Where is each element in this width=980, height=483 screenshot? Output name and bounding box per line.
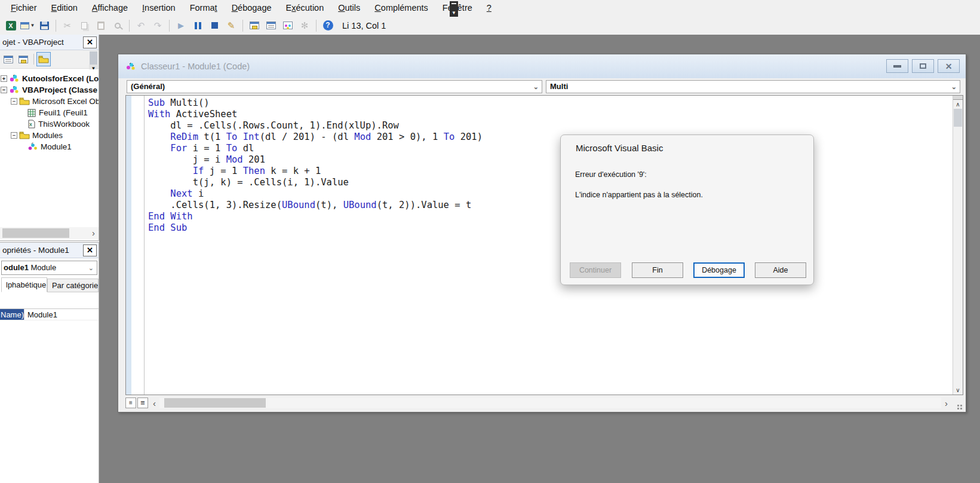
split-handle[interactable]	[953, 96, 963, 100]
tab-categorized[interactable]: Par catégorie	[47, 279, 99, 292]
code-window-bottom-bar: ≡ ≣ ‹ ›	[125, 396, 963, 409]
property-name-cell[interactable]: Name)	[0, 309, 24, 320]
run-button[interactable]: ▶	[173, 18, 189, 33]
scrollbar-thumb[interactable]	[2, 228, 69, 238]
scroll-up-arrow-icon[interactable]: ∧	[953, 100, 963, 109]
scroll-right-arrow-icon[interactable]: ›	[92, 227, 95, 239]
code-line: Next i	[148, 188, 953, 200]
expand-icon[interactable]: +	[1, 75, 7, 82]
close-icon: ✕	[945, 62, 953, 71]
property-row[interactable]: Name) Module1	[0, 309, 99, 320]
restore-button[interactable]	[912, 59, 934, 73]
design-mode-icon: ✎	[228, 21, 235, 30]
project-icon	[9, 85, 20, 94]
property-value-cell[interactable]: Module1	[24, 309, 99, 320]
project-tree-hscrollbar[interactable]: ›	[0, 227, 99, 239]
scrollbar-thumb[interactable]	[164, 398, 266, 408]
vertical-scrollbar[interactable]: ∧ ∨	[953, 96, 963, 395]
scrollbar-thumb[interactable]	[954, 109, 962, 127]
procedure-combo-value: Multi	[550, 82, 568, 91]
paste-button[interactable]	[93, 18, 109, 33]
tree-item-modules[interactable]: −Modules	[0, 130, 99, 141]
tree-item-thisworkbook[interactable]: XThisWorkbook	[0, 118, 99, 130]
toggle-folders-button[interactable]	[36, 52, 51, 66]
object-combo[interactable]: (Général) ⌄	[127, 80, 542, 93]
code-line: If j = 1 Then k = k + 1	[148, 166, 953, 177]
tree-item-label: KutoolsforExcel (Lo	[22, 74, 99, 83]
menu-item-outils[interactable]: Outils	[331, 0, 367, 16]
find-button[interactable]	[110, 18, 125, 33]
menu-item-fichier[interactable]: Fichier	[4, 0, 44, 16]
view-excel-button[interactable]: X	[3, 18, 19, 33]
properties-panel: opriétés - Module1 ✕ odule1 Module ⌄ lph…	[0, 242, 99, 483]
editor-left-accent	[126, 96, 131, 395]
view-code-button[interactable]	[1, 52, 16, 66]
procedure-view-button[interactable]: ≡	[125, 398, 136, 408]
tree-item-kutools[interactable]: +KutoolsforExcel (Lo	[0, 73, 99, 84]
menu-item-debogage[interactable]: Débogage	[225, 0, 279, 16]
menu-item-aide[interactable]: ?	[480, 0, 499, 16]
chevron-down-icon: ▼	[451, 11, 456, 16]
scroll-left-arrow-icon[interactable]: ‹	[153, 398, 156, 408]
menu-item-format[interactable]: Format	[183, 0, 225, 16]
help-button[interactable]: ?	[320, 18, 336, 33]
tree-item-excel-objects[interactable]: −Microsoft Excel Ob	[0, 96, 99, 107]
object-combo-value: (Général)	[131, 82, 165, 91]
project-explorer-close-button[interactable]: ✕	[83, 36, 97, 48]
project-explorer-titlebar[interactable]: ojet - VBAProject ✕	[0, 35, 99, 50]
scroll-right-arrow-icon[interactable]: ›	[945, 398, 948, 408]
tab-alphabetic[interactable]: lphabétique	[1, 277, 47, 292]
menu-item-complements[interactable]: Compléments	[367, 0, 435, 16]
breakpoint-margin[interactable]	[131, 96, 145, 395]
menu-item-affichage[interactable]: Affichage	[85, 0, 135, 16]
collapse-icon[interactable]: −	[11, 98, 17, 105]
tree-item-feuil1[interactable]: Feuil1 (Feuil1	[0, 107, 99, 118]
reset-button[interactable]	[207, 18, 222, 33]
help-button[interactable]: Aide	[755, 262, 806, 278]
code-window-titlebar[interactable]: Classeur1 - Module1 (Code) ✕	[118, 54, 966, 78]
menu-item-execution[interactable]: Exécution	[279, 0, 331, 16]
menu-item-insertion[interactable]: Insertion	[135, 0, 183, 16]
break-button[interactable]	[190, 18, 205, 33]
undo-icon: ↶	[137, 21, 145, 30]
project-explorer-button[interactable]	[247, 18, 262, 33]
undo-button[interactable]: ↶	[133, 18, 149, 33]
menu-item-edition[interactable]: Edition	[44, 0, 85, 16]
minimize-button[interactable]	[886, 59, 908, 73]
toolbox-button[interactable]: ✻	[297, 18, 312, 33]
horizontal-scrollbar[interactable]	[159, 398, 941, 408]
copy-button[interactable]	[76, 18, 92, 33]
insert-userform-button[interactable]: ▼	[20, 18, 35, 33]
tree-item-label: Modules	[32, 131, 63, 140]
debug-button[interactable]: Débogage	[693, 262, 745, 278]
design-mode-button[interactable]: ✎	[223, 18, 239, 33]
view-object-button[interactable]	[16, 52, 30, 66]
properties-titlebar[interactable]: opriétés - Module1 ✕	[0, 243, 99, 258]
redo-button[interactable]: ↷	[150, 18, 165, 33]
resize-grip[interactable]	[954, 398, 963, 408]
toolbar-separator	[169, 20, 170, 32]
project-explorer-panel: ojet - VBAProject ✕ ▼ +KutoolsforExcel (…	[0, 35, 99, 241]
properties-window-button[interactable]	[263, 18, 279, 33]
object-selector-dropdown[interactable]: odule1 Module ⌄	[1, 261, 97, 275]
collapse-icon[interactable]: −	[11, 132, 17, 139]
collapse-icon[interactable]: −	[1, 87, 7, 93]
properties-close-button[interactable]: ✕	[83, 244, 97, 256]
object-browser-button[interactable]	[280, 18, 296, 33]
find-icon	[115, 23, 121, 29]
procedure-combo[interactable]: Multi ⌄	[546, 80, 960, 93]
code-window-title: Classeur1 - Module1 (Code)	[141, 62, 250, 71]
scroll-down-arrow-icon[interactable]: ∨	[953, 386, 963, 395]
tree-item-vbaproject[interactable]: −VBAProject (Classe	[0, 84, 99, 96]
save-button[interactable]	[36, 18, 52, 33]
end-button[interactable]: Fin	[632, 262, 683, 278]
tree-item-module1[interactable]: Module1	[0, 141, 99, 152]
close-button[interactable]: ✕	[938, 59, 960, 73]
object-browser-icon	[283, 22, 293, 29]
cut-button[interactable]: ✂	[60, 18, 75, 33]
scrollbar-thumb[interactable]	[90, 51, 97, 65]
project-explorer-toolbar: ▼	[0, 50, 99, 69]
full-module-view-button[interactable]: ≣	[137, 398, 148, 408]
code-editor[interactable]: Sub Multi()With ActiveSheet dl = .Cells(…	[145, 96, 953, 395]
toolbar-overflow-handle[interactable]: ▼	[450, 1, 458, 17]
